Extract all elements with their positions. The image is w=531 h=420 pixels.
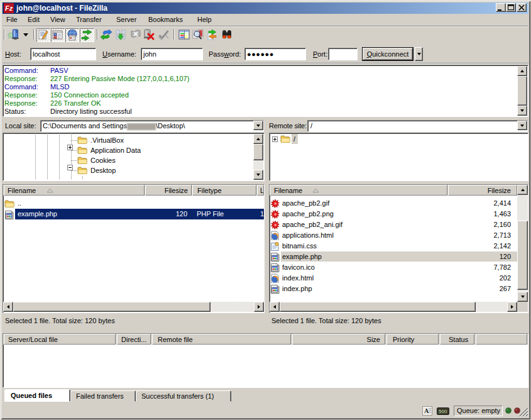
svg-text:500: 500 (439, 409, 447, 414)
svg-text:Fz: Fz (5, 4, 13, 12)
svg-text:A: A (424, 407, 429, 414)
